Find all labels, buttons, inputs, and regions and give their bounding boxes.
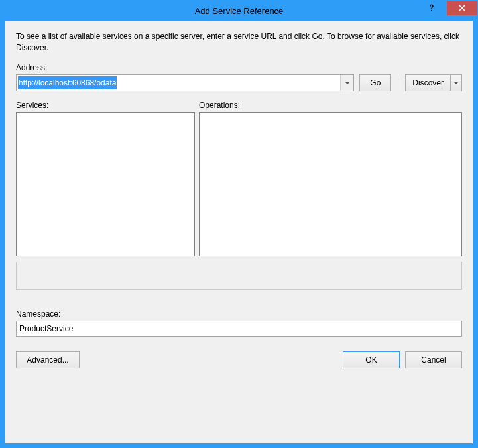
chevron-down-icon [345,82,350,84]
instructions-text: To see a list of available services on a… [16,31,462,54]
address-row: http://localhost:60868/odata Go Discover [16,74,462,91]
separator [398,76,398,90]
dialog-client: To see a list of available services on a… [5,21,473,443]
discover-button[interactable]: Discover [405,74,450,91]
services-label: Services: [16,101,195,110]
help-button[interactable] [416,1,447,15]
close-button[interactable] [447,1,477,15]
operations-pane: Operations: [199,101,462,256]
discover-dropdown-button[interactable] [450,74,462,91]
operations-listbox[interactable] [199,112,462,256]
services-listbox[interactable] [16,112,195,256]
address-dropdown-button[interactable] [340,75,353,91]
namespace-input[interactable] [16,321,462,337]
operations-label: Operations: [199,101,462,110]
chevron-down-icon [453,82,459,84]
namespace-label: Namespace: [16,309,462,319]
dialog-footer: Advanced... OK Cancel [16,351,462,368]
services-pane: Services: [16,101,195,256]
panes-row: Services: Operations: [16,101,462,256]
help-icon [428,4,436,12]
discover-split-button: Discover [405,74,462,91]
svg-point-0 [431,10,432,11]
close-icon [459,5,465,11]
go-button[interactable]: Go [359,74,391,91]
cancel-button[interactable]: Cancel [405,351,462,368]
status-box [16,262,462,290]
titlebar-controls [416,1,477,15]
address-combobox[interactable]: http://localhost:60868/odata [16,74,354,91]
titlebar[interactable]: Add Service Reference [1,1,477,21]
address-input[interactable]: http://localhost:60868/odata [17,75,340,91]
address-label: Address: [16,63,462,72]
advanced-button[interactable]: Advanced... [16,351,80,368]
address-value: http://localhost:60868/odata [18,76,117,89]
ok-button[interactable]: OK [343,351,400,368]
window-title: Add Service Reference [1,6,477,16]
dialog-window: Add Service Reference To see a list of a… [0,0,478,448]
